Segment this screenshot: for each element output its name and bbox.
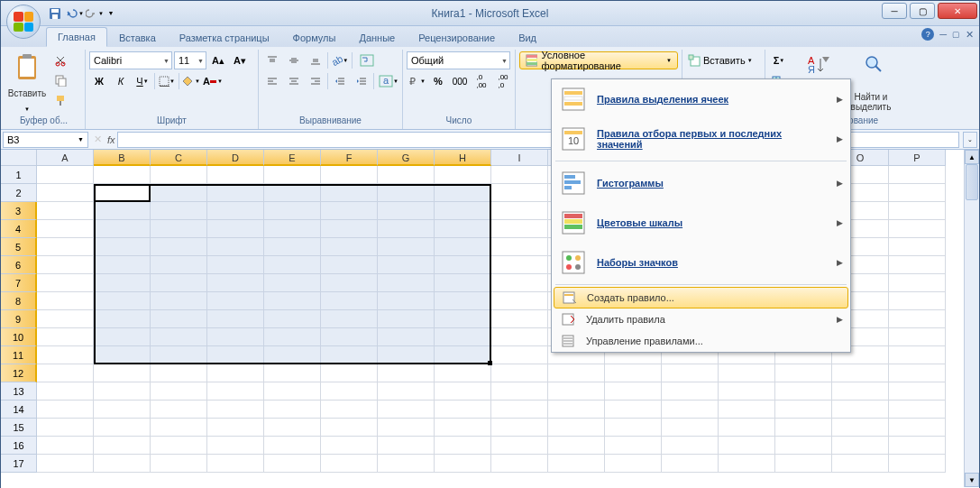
cell[interactable] xyxy=(264,401,321,419)
row-header[interactable]: 11 xyxy=(1,346,37,364)
tab-вставка[interactable]: Вставка xyxy=(107,28,168,47)
cell[interactable] xyxy=(435,346,491,364)
cell[interactable] xyxy=(889,256,946,274)
cell[interactable] xyxy=(491,401,548,419)
cf-menu-item[interactable]: Гистограммы▶ xyxy=(552,163,850,203)
cell[interactable] xyxy=(378,166,435,184)
cell[interactable] xyxy=(321,401,378,419)
cell[interactable] xyxy=(207,184,264,202)
align-left-icon[interactable] xyxy=(262,72,282,90)
cell[interactable] xyxy=(435,382,491,401)
row-header[interactable]: 8 xyxy=(1,292,37,310)
cell[interactable] xyxy=(775,455,832,473)
office-button[interactable] xyxy=(6,5,41,39)
cell[interactable] xyxy=(94,401,151,419)
cell[interactable] xyxy=(548,382,605,401)
cell[interactable] xyxy=(435,238,491,256)
increase-indent-icon[interactable] xyxy=(352,72,371,90)
cell[interactable] xyxy=(264,437,321,455)
cell[interactable] xyxy=(94,274,151,292)
doc-restore-icon[interactable]: ▢ xyxy=(952,30,960,39)
cell[interactable] xyxy=(37,184,94,202)
column-header[interactable]: D xyxy=(207,150,264,166)
cell[interactable] xyxy=(548,401,605,419)
cell[interactable] xyxy=(662,364,719,382)
cell[interactable] xyxy=(548,455,605,473)
cell[interactable] xyxy=(37,238,94,256)
cell[interactable] xyxy=(264,419,321,437)
cell[interactable] xyxy=(207,238,264,256)
cell[interactable] xyxy=(491,346,548,364)
cf-menu-item[interactable]: Управление правилами... xyxy=(552,330,850,352)
cell[interactable] xyxy=(321,238,378,256)
cell[interactable] xyxy=(321,274,378,292)
cell[interactable] xyxy=(605,455,662,473)
underline-icon[interactable]: Ч▼ xyxy=(133,72,152,90)
cell[interactable] xyxy=(94,238,151,256)
cell[interactable] xyxy=(207,437,264,455)
column-header[interactable]: F xyxy=(321,150,378,166)
cell[interactable] xyxy=(605,419,662,437)
cell[interactable] xyxy=(605,364,662,382)
cell[interactable] xyxy=(151,346,207,364)
cell[interactable] xyxy=(151,364,207,382)
cf-menu-item[interactable]: Цветовые шкалы▶ xyxy=(552,203,850,243)
cell[interactable] xyxy=(491,419,548,437)
cell[interactable] xyxy=(321,382,378,401)
scroll-up-icon[interactable]: ▲ xyxy=(965,150,979,164)
tab-данные[interactable]: Данные xyxy=(347,28,407,47)
align-center-icon[interactable] xyxy=(284,72,304,90)
cell[interactable] xyxy=(37,256,94,274)
currency-icon[interactable]: ₽▼ xyxy=(407,72,426,90)
cell[interactable] xyxy=(435,455,491,473)
cell[interactable] xyxy=(719,364,775,382)
cell[interactable] xyxy=(94,292,151,310)
cell[interactable] xyxy=(491,382,548,401)
cell[interactable] xyxy=(435,166,491,184)
cell[interactable] xyxy=(264,274,321,292)
row-header[interactable]: 17 xyxy=(1,455,37,473)
cell[interactable] xyxy=(94,382,151,401)
cell[interactable] xyxy=(889,184,946,202)
cell[interactable] xyxy=(264,238,321,256)
select-all-corner[interactable] xyxy=(1,150,37,166)
row-header[interactable]: 15 xyxy=(1,419,37,437)
cell[interactable] xyxy=(662,419,719,437)
close-button[interactable]: ✕ xyxy=(938,3,977,19)
cell[interactable] xyxy=(264,328,321,346)
conditional-formatting-button[interactable]: Условное форматирование ▼ xyxy=(519,51,678,69)
cell[interactable] xyxy=(889,220,946,238)
cell[interactable] xyxy=(37,328,94,346)
align-right-icon[interactable] xyxy=(306,72,325,90)
cell[interactable] xyxy=(548,419,605,437)
cell[interactable] xyxy=(491,292,548,310)
cell[interactable] xyxy=(207,256,264,274)
bold-icon[interactable]: Ж xyxy=(89,72,109,90)
cell[interactable] xyxy=(491,256,548,274)
cell[interactable] xyxy=(378,256,435,274)
cell[interactable] xyxy=(889,346,946,364)
row-header[interactable]: 2 xyxy=(1,184,37,202)
cell[interactable] xyxy=(264,220,321,238)
cell[interactable] xyxy=(662,455,719,473)
row-headers[interactable]: 1234567891011121314151617 xyxy=(1,166,37,473)
format-painter-icon[interactable] xyxy=(50,91,70,109)
cell[interactable] xyxy=(491,238,548,256)
orientation-icon[interactable]: ab▼ xyxy=(330,51,350,69)
cell[interactable] xyxy=(264,455,321,473)
cell[interactable] xyxy=(151,238,207,256)
decrease-font-icon[interactable]: A▾ xyxy=(230,51,250,69)
find-select-button[interactable]: Найти и выделить xyxy=(847,51,895,114)
column-header[interactable]: C xyxy=(151,150,207,166)
cell[interactable] xyxy=(94,346,151,364)
cell[interactable] xyxy=(491,274,548,292)
cell[interactable] xyxy=(378,202,435,220)
row-header[interactable]: 7 xyxy=(1,274,37,292)
cell[interactable] xyxy=(37,202,94,220)
tab-разметка страницы[interactable]: Разметка страницы xyxy=(168,28,281,47)
row-header[interactable]: 3 xyxy=(1,202,37,220)
help-icon[interactable]: ? xyxy=(921,28,934,41)
cell[interactable] xyxy=(889,419,946,437)
save-icon[interactable] xyxy=(46,5,64,23)
redo-icon[interactable]: ▼ xyxy=(86,5,104,23)
